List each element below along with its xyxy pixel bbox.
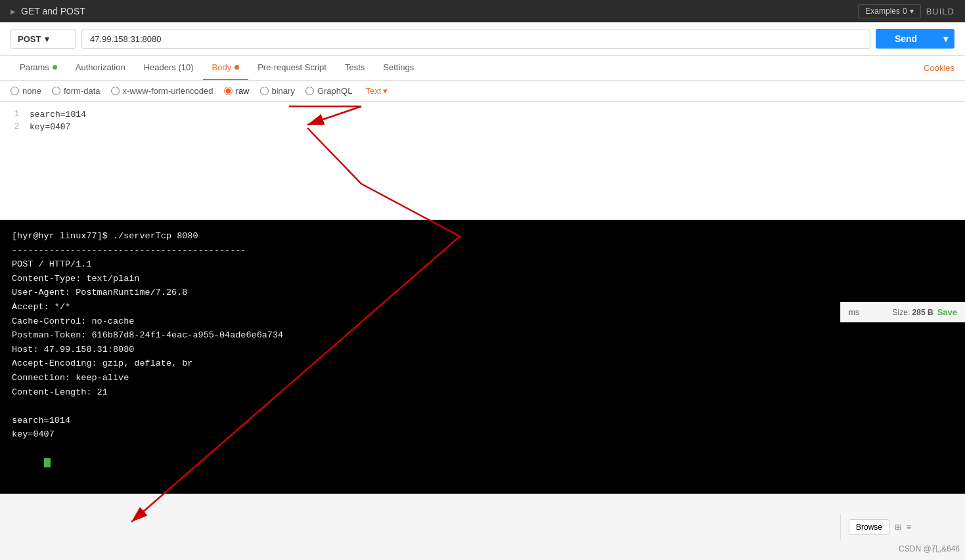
tab-params[interactable]: Params [11, 56, 66, 80]
tab-body-label: Body [212, 62, 232, 72]
radio-graphql-input[interactable] [305, 87, 314, 95]
send-arrow-icon: ▾ [937, 33, 954, 44]
size-label: Size: 285 B [893, 308, 933, 317]
text-dropdown-label: Text [365, 86, 381, 96]
terminal-cursor [44, 458, 51, 467]
layout-icon[interactable]: ⊞ [895, 523, 901, 532]
radio-none-label: none [22, 86, 41, 96]
code-line-1: 1 search=1014 [0, 108, 965, 121]
ms-label: ms [849, 308, 859, 317]
method-value: POST [18, 34, 41, 44]
radio-urlencoded-label: x-www-form-urlencoded [123, 86, 213, 96]
line-num-2: 2 [0, 122, 30, 131]
terminal: [hyr@hyr linux77]$ ./serverTcp 8080 ----… [0, 220, 965, 494]
tab-authorization[interactable]: Authorization [66, 56, 135, 80]
radio-urlencoded[interactable]: x-www-form-urlencoded [111, 86, 213, 96]
radio-binary-input[interactable] [260, 87, 269, 95]
csdn-watermark: CSDN @孔,&646 [899, 544, 960, 555]
terminal-line-0: POST / HTTP/1.1 [12, 257, 953, 272]
radio-none-input[interactable] [11, 87, 19, 95]
terminal-line-7: Accept-Encoding: gzip, deflate, br [12, 356, 953, 371]
radio-binary-label: binary [272, 86, 295, 96]
terminal-line-8: Connection: keep-alive [12, 371, 953, 385]
tab-authorization-label: Authorization [76, 62, 125, 72]
radio-urlencoded-input[interactable] [111, 87, 120, 95]
list-icon[interactable]: ≡ [907, 523, 911, 532]
line-num-1: 1 [0, 110, 30, 119]
save-button[interactable]: Save [937, 307, 957, 317]
text-dropdown-icon: ▾ [383, 86, 388, 96]
line-code-2: key=0407 [30, 122, 70, 132]
radio-none[interactable]: none [11, 86, 41, 96]
size-value: 285 B [912, 308, 933, 317]
method-select[interactable]: POST ▾ [11, 30, 76, 49]
radio-form-data-input[interactable] [52, 87, 60, 95]
text-dropdown[interactable]: Text ▾ [365, 86, 388, 96]
terminal-line-2: User-Agent: PostmanRuntime/7.26.8 [12, 286, 953, 300]
browse-area: Browse ⊞ ≡ [840, 514, 965, 540]
body-type-bar: none form-data x-www-form-urlencoded raw… [0, 81, 965, 102]
cookies-link[interactable]: Cookies [924, 56, 954, 79]
request-title: GET and POST [21, 6, 85, 16]
top-bar: ▶ GET and POST Examples 0 ▾ BUILD [0, 0, 965, 22]
radio-binary[interactable]: binary [260, 86, 295, 96]
radio-form-data-label: form-data [64, 86, 101, 96]
tab-settings[interactable]: Settings [374, 56, 423, 80]
terminal-line-5: Postman-Token: 616b87d8-24f1-4eac-a955-0… [12, 328, 953, 343]
tab-prerequest[interactable]: Pre-request Script [248, 56, 336, 80]
terminal-line-3: Accept: */* [12, 300, 953, 314]
examples-dropdown-icon: ▾ [910, 7, 914, 16]
tab-tests-label: Tests [345, 62, 365, 72]
radio-raw-input[interactable] [224, 87, 233, 95]
send-label: Send [876, 33, 936, 44]
radio-form-data[interactable]: form-data [52, 86, 101, 96]
terminal-line-1: Content-Type: text/plain [12, 272, 953, 286]
method-dropdown-icon: ▾ [45, 34, 49, 44]
terminal-search: search=1014 [12, 414, 953, 428]
terminal-line-4: Cache-Control: no-cache [12, 314, 953, 329]
body-dot [235, 65, 239, 70]
code-editor[interactable]: 1 search=1014 2 key=0407 [0, 102, 965, 220]
terminal-line-9: Content-Length: 21 [12, 385, 953, 400]
radio-raw-label: raw [236, 86, 250, 96]
terminal-dashes: ----------------------------------------… [12, 244, 953, 258]
terminal-key: key=0407 [12, 427, 953, 442]
tab-headers-label: Headers (10) [144, 62, 194, 72]
examples-count: 0 [903, 7, 907, 16]
build-button[interactable]: BUILD [926, 7, 954, 16]
examples-label: Examples [865, 7, 900, 16]
radio-graphql-label: GraphQL [317, 86, 352, 96]
terminal-prompt: [hyr@hyr linux77]$ ./serverTcp 8080 [12, 229, 953, 244]
tab-prerequest-label: Pre-request Script [258, 62, 326, 72]
tab-headers[interactable]: Headers (10) [135, 56, 203, 80]
tab-settings-label: Settings [383, 62, 414, 72]
radio-graphql[interactable]: GraphQL [305, 86, 352, 96]
code-line-2: 2 key=0407 [0, 121, 965, 133]
url-input[interactable] [81, 30, 870, 49]
terminal-line-6: Host: 47.99.158.31:8080 [12, 343, 953, 357]
examples-button[interactable]: Examples 0 ▾ [858, 4, 920, 18]
line-code-1: search=1014 [30, 110, 86, 119]
url-bar: POST ▾ Send ▾ [0, 22, 965, 56]
terminal-line-blank [12, 399, 953, 414]
browse-button[interactable]: Browse [849, 519, 889, 535]
terminal-cursor-line [12, 442, 953, 485]
tab-params-label: Params [20, 62, 49, 72]
radio-raw[interactable]: raw [224, 86, 250, 96]
tab-body[interactable]: Body [203, 56, 249, 80]
tab-bar: Params Authorization Headers (10) Body P… [0, 56, 965, 81]
expand-icon[interactable]: ▶ [11, 8, 16, 15]
tab-tests[interactable]: Tests [336, 56, 374, 80]
params-dot [53, 65, 57, 70]
send-button[interactable]: Send ▾ [876, 29, 954, 49]
response-meta: ms Size: 285 B Save [840, 302, 965, 322]
